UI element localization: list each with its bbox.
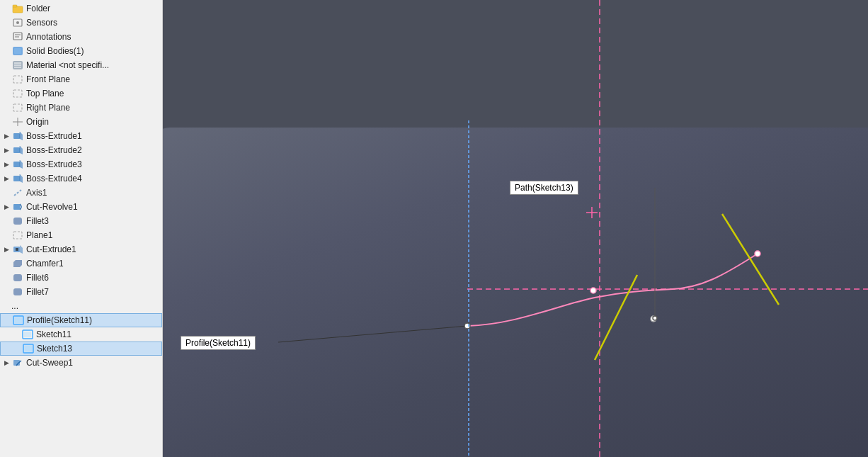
tree-item-sensors[interactable]: Sensors	[0, 16, 162, 30]
icon-fillet	[11, 286, 24, 298]
tree-item-annotations[interactable]: Annotations	[0, 30, 162, 44]
svg-rect-0	[13, 6, 23, 13]
tree-item-boss-extrude2[interactable]: ▶Boss-Extrude2	[0, 143, 162, 157]
tree-item-chamfer1[interactable]: Chamfer1	[0, 256, 162, 271]
label-boss-extrude4: Boss-Extrude4	[26, 174, 82, 184]
expander-cut-sweep1[interactable]: ▶	[1, 359, 11, 366]
tree-item-boss-extrude1[interactable]: ▶Boss-Extrude1	[0, 129, 162, 143]
tree-item-front-plane[interactable]: Front Plane	[0, 72, 162, 86]
tree-item-cut-extrude1[interactable]: ▶Cut-Extrude1	[0, 242, 162, 256]
expander-cut-revolve1[interactable]: ▶	[1, 203, 11, 210]
label-axis1: Axis1	[26, 188, 47, 198]
icon-sketch	[21, 329, 34, 340]
tree-item-fillet6[interactable]: Fillet6	[0, 271, 162, 285]
svg-marker-37	[13, 260, 22, 267]
svg-marker-28	[20, 174, 23, 183]
label-fillet7: Fillet7	[26, 287, 49, 297]
icon-annotation	[11, 31, 24, 43]
label-boss-extrude3: Boss-Extrude3	[26, 159, 82, 169]
expander-boss-extrude2[interactable]: ▶	[1, 147, 11, 154]
tree-item-cut-revolve1[interactable]: ▶Cut-Revolve1	[0, 200, 162, 214]
label-right-plane: Right Plane	[26, 103, 70, 113]
label-profile-sketch11: Profile(Sketch11)	[27, 315, 92, 325]
svg-rect-31	[13, 204, 20, 210]
profile-callout-label: Profile(Sketch11)	[185, 338, 251, 348]
label-fillet3: Fillet3	[26, 216, 49, 226]
svg-line-30	[14, 190, 21, 196]
tree-item-sketch11-sub[interactable]: Sketch11	[0, 327, 162, 342]
feature-tree-sidebar[interactable]: FolderSensorsAnnotationsSolid Bodies(1)M…	[0, 0, 163, 457]
label-top-plane: Top Plane	[26, 89, 64, 98]
icon-fillet	[11, 272, 24, 283]
icon-cut-extrude	[11, 244, 24, 255]
label-folder: Folder	[26, 4, 50, 13]
svg-marker-25	[20, 160, 23, 169]
label-annotations: Annotations	[26, 32, 71, 42]
path-sketch13-callout: Path(Sketch13)	[510, 181, 578, 195]
icon-extrude	[11, 145, 24, 156]
tree-item-boss-extrude4[interactable]: ▶Boss-Extrude4	[0, 171, 162, 186]
icon-solid-body	[11, 45, 24, 57]
svg-rect-21	[13, 147, 20, 153]
svg-rect-4	[13, 33, 22, 40]
3d-viewport[interactable]: Profile(Sketch11) Path(Sketch13)	[163, 0, 868, 457]
label-boss-extrude2: Boss-Extrude2	[26, 145, 82, 155]
icon-cut-sweep	[11, 357, 24, 368]
tree-item-fillet7[interactable]: Fillet7	[0, 285, 162, 299]
label-fillet6: Fillet6	[26, 273, 49, 283]
svg-marker-36	[20, 245, 23, 254]
icon-extrude	[11, 130, 24, 142]
icon-plane	[11, 102, 24, 113]
label-sketch11-sub: Sketch11	[36, 329, 72, 339]
expander-boss-extrude3[interactable]: ▶	[1, 161, 11, 168]
tree-item-folder[interactable]: Folder	[0, 1, 162, 16]
tree-item-sketch13[interactable]: Sketch13	[0, 342, 162, 356]
tree-item-solid-bodies[interactable]: Solid Bodies(1)	[0, 44, 162, 58]
svg-marker-19	[20, 132, 23, 140]
tree-item-axis1[interactable]: Axis1	[0, 186, 162, 200]
icon-origin	[11, 116, 24, 128]
tree-item-material[interactable]: Material <not specifi...	[0, 58, 162, 72]
label-material: Material <not specifi...	[26, 60, 109, 70]
svg-rect-41	[15, 317, 22, 323]
icon-material	[11, 60, 24, 71]
svg-rect-35	[16, 248, 18, 251]
icon-chamfer	[11, 258, 24, 269]
svg-rect-1	[13, 5, 17, 7]
icon-extrude	[11, 173, 24, 184]
expander-boss-extrude4[interactable]: ▶	[1, 175, 11, 182]
icon-axis	[11, 187, 24, 198]
expander-cut-extrude1[interactable]: ▶	[1, 246, 11, 253]
icon-plane	[11, 74, 24, 85]
tree-item-plane1[interactable]: Plane1	[0, 228, 162, 242]
tree-item-boss-extrude3[interactable]: ▶Boss-Extrude3	[0, 157, 162, 171]
label-cut-revolve1: Cut-Revolve1	[26, 202, 78, 212]
path-callout-label: Path(Sketch13)	[515, 183, 573, 193]
tree-item-origin[interactable]: Origin	[0, 115, 162, 129]
tree-item-fillet3[interactable]: Fillet3	[0, 214, 162, 228]
label-cut-extrude1: Cut-Extrude1	[26, 244, 76, 254]
icon-cut-revolve	[11, 201, 24, 213]
svg-rect-39	[13, 288, 22, 295]
icon-folder	[11, 3, 24, 14]
svg-rect-33	[13, 232, 22, 239]
svg-rect-15	[13, 104, 22, 111]
svg-rect-8	[14, 48, 21, 54]
tree-item-top-plane[interactable]: Top Plane	[0, 86, 162, 101]
expander-boss-extrude1[interactable]: ▶	[1, 132, 11, 140]
tree-item-profile-sketch11[interactable]: Profile(Sketch11)	[0, 313, 162, 327]
label-sketch13: Sketch13	[37, 344, 72, 354]
svg-rect-38	[13, 274, 22, 281]
label-chamfer1: Chamfer1	[26, 259, 64, 269]
icon-plane	[11, 88, 24, 99]
label-sensors: Sensors	[26, 18, 57, 28]
tree-item-right-plane[interactable]: Right Plane	[0, 101, 162, 115]
svg-rect-27	[13, 176, 20, 181]
tree-item-cut-sweep1[interactable]: ▶Cut-Sweep1	[0, 356, 162, 370]
svg-point-3	[16, 21, 19, 24]
icon-plane2	[11, 230, 24, 241]
label-ellipsis: ...	[11, 301, 18, 311]
icon-fillet	[11, 215, 24, 227]
tree-item-ellipsis[interactable]: ...	[0, 299, 162, 313]
svg-rect-43	[24, 332, 31, 337]
